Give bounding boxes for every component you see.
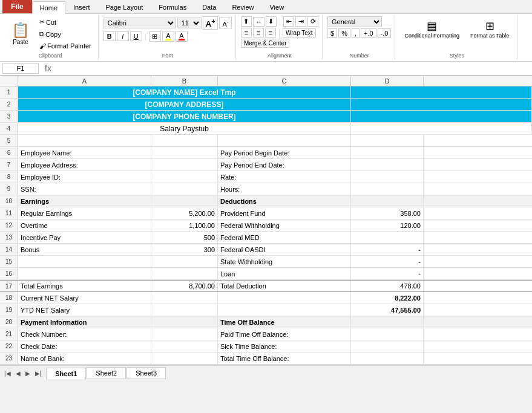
col-header-c[interactable]: C: [218, 76, 351, 86]
cell-c19[interactable]: [218, 304, 351, 316]
cell-d8[interactable]: [351, 171, 424, 183]
cell-b21[interactable]: [151, 328, 218, 340]
cut-button[interactable]: ✂ Cut: [36, 16, 94, 28]
cell-d17[interactable]: 478.00: [351, 281, 424, 291]
cell-a9[interactable]: SSN:: [18, 183, 151, 195]
cell-a21[interactable]: Check Number:: [18, 328, 151, 340]
cell-c7[interactable]: Pay Period End Date:: [218, 159, 351, 171]
format-as-table-button[interactable]: ⊞ Format as Table: [466, 16, 513, 42]
font-color-button[interactable]: A: [176, 31, 188, 42]
cell-b7[interactable]: [151, 159, 218, 171]
cell-c14[interactable]: Federal OASDI: [218, 244, 351, 255]
cell-a2[interactable]: [COMPANY ADDRESS]: [18, 99, 351, 110]
cell-a14[interactable]: Bonus: [18, 244, 151, 255]
cell-a8[interactable]: Employee ID:: [18, 171, 151, 183]
bold-button[interactable]: B: [103, 31, 116, 41]
cell-a7[interactable]: Employee Address:: [18, 159, 151, 171]
tab-formulas[interactable]: Formulas: [151, 1, 194, 13]
border-button[interactable]: ⊞: [149, 31, 161, 42]
cell-d5[interactable]: [351, 135, 424, 146]
increase-font-button[interactable]: A+: [203, 16, 218, 30]
tab-data[interactable]: Data: [194, 1, 224, 13]
tab-review[interactable]: Review: [224, 1, 261, 13]
cell-d6[interactable]: [351, 147, 424, 158]
cell-b16[interactable]: [151, 268, 218, 279]
cell-c5[interactable]: [218, 135, 351, 146]
indent-increase-button[interactable]: ⇥: [295, 16, 306, 27]
sheet-last-arrow[interactable]: ▶|: [33, 369, 44, 377]
cell-b9[interactable]: [151, 183, 218, 195]
cell-d20[interactable]: [351, 316, 424, 328]
decrease-font-button[interactable]: A-: [219, 18, 231, 29]
merge-center-button[interactable]: Merge & Center: [241, 39, 290, 48]
cell-a10[interactable]: Earnings: [18, 195, 151, 207]
italic-button[interactable]: I: [117, 31, 129, 41]
align-bottom-button[interactable]: ⬇: [266, 16, 277, 27]
cell-b10[interactable]: [151, 195, 218, 207]
cell-a3[interactable]: [COMPANY PHONE NUMBER]: [18, 111, 351, 122]
cell-a1[interactable]: [COMPANY NAME] Excel Tmp: [18, 86, 351, 98]
cell-a17[interactable]: Total Earnings: [18, 281, 151, 291]
cell-b5[interactable]: [151, 135, 218, 146]
conditional-format-button[interactable]: ▤ Conditional Formatting: [400, 16, 464, 42]
col-header-a[interactable]: A: [18, 76, 151, 86]
cell-c10[interactable]: Deductions: [218, 195, 351, 207]
cell-c15[interactable]: State Withholding: [218, 256, 351, 267]
cell-c9[interactable]: Hours:: [218, 183, 351, 195]
cell-c21[interactable]: Paid Time Off Balance:: [218, 328, 351, 340]
cell-b19[interactable]: [151, 304, 218, 316]
cell-a12[interactable]: Overtime: [18, 220, 151, 231]
cell-b15[interactable]: [151, 256, 218, 267]
cell-d12[interactable]: 120.00: [351, 220, 424, 231]
cell-a20[interactable]: Payment Information: [18, 316, 151, 328]
cell-c16[interactable]: Loan: [218, 268, 351, 279]
align-middle-button[interactable]: ↔: [253, 17, 264, 27]
cell-c23[interactable]: Total Time Off Balance:: [218, 353, 351, 364]
cell-b17[interactable]: 8,700.00: [151, 281, 218, 291]
tab-view[interactable]: View: [261, 1, 292, 13]
cell-d23[interactable]: [351, 353, 424, 364]
col-header-b[interactable]: B: [151, 76, 218, 86]
cell-c13[interactable]: Federal MED: [218, 232, 351, 243]
cell-b6[interactable]: [151, 147, 218, 158]
cell-b13[interactable]: 500: [151, 232, 218, 243]
cell-b14[interactable]: 300: [151, 244, 218, 255]
text-angle-button[interactable]: ⟳: [307, 16, 318, 27]
decimal-increase-button[interactable]: +.0: [361, 28, 376, 38]
cell-c17[interactable]: Total Deduction: [218, 281, 351, 291]
indent-decrease-button[interactable]: ⇤: [283, 16, 294, 27]
sheet-tab-3[interactable]: Sheet3: [126, 367, 166, 379]
paste-button[interactable]: 📋 Paste: [6, 20, 35, 48]
underline-button[interactable]: U: [130, 31, 142, 41]
cell-c18[interactable]: [218, 292, 351, 304]
cell-c20[interactable]: Time Off Balance: [218, 316, 351, 328]
tab-page-layout[interactable]: Page Layout: [98, 1, 151, 13]
cell-d15[interactable]: -: [351, 256, 424, 267]
align-top-button[interactable]: ⬆: [241, 16, 252, 27]
align-left-button[interactable]: ≡: [241, 28, 252, 37]
cell-d1[interactable]: [351, 86, 532, 98]
cell-d19[interactable]: 47,555.00: [351, 304, 424, 316]
cell-d14[interactable]: -: [351, 244, 424, 255]
cell-a11[interactable]: Regular Earnings: [18, 207, 151, 219]
decimal-decrease-button[interactable]: -.0: [378, 28, 392, 38]
cell-a6[interactable]: Employee Name:: [18, 147, 151, 158]
format-painter-button[interactable]: 🖌 Format Painter: [36, 41, 94, 51]
cell-b11[interactable]: 5,200.00: [151, 207, 218, 219]
cell-a18[interactable]: Current NET Salary: [18, 292, 151, 304]
cell-a13[interactable]: Incentive Pay: [18, 232, 151, 243]
cell-a5[interactable]: [18, 135, 151, 146]
cell-b18[interactable]: [151, 292, 218, 304]
cell-d9[interactable]: [351, 183, 424, 195]
comma-button[interactable]: ,: [352, 28, 360, 38]
percent-button[interactable]: %: [338, 28, 350, 38]
cell-b22[interactable]: [151, 340, 218, 352]
fill-color-button[interactable]: A: [162, 31, 174, 42]
sheet-prev-arrow[interactable]: ◀: [14, 369, 22, 377]
cell-a15[interactable]: [18, 256, 151, 267]
cell-d2[interactable]: [351, 99, 532, 110]
cell-d16[interactable]: -: [351, 268, 424, 279]
cell-c11[interactable]: Provident Fund: [218, 207, 351, 219]
number-format-select[interactable]: General: [327, 16, 382, 27]
cell-reference-box[interactable]: [2, 63, 39, 74]
